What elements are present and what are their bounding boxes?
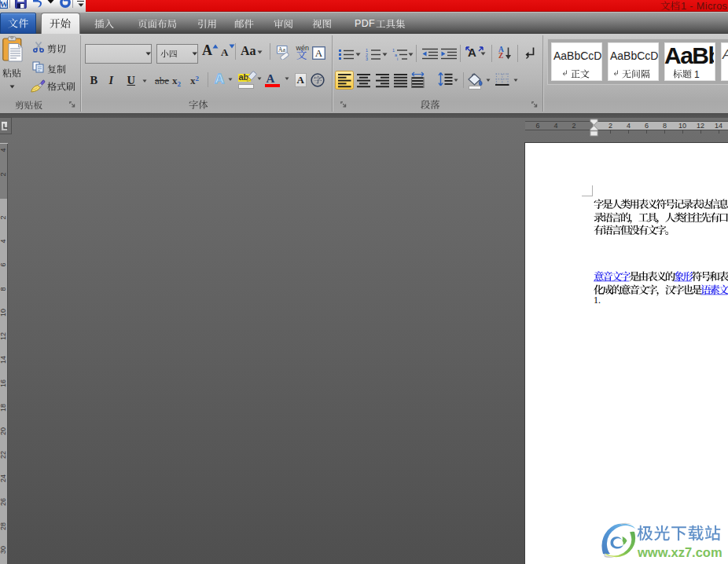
svg-text:W: W	[0, 0, 8, 9]
svg-text:i: i	[397, 57, 398, 60]
svg-text:Aa: Aa	[278, 46, 286, 53]
svg-text:A: A	[315, 47, 323, 59]
svg-text:3: 3	[366, 57, 368, 60]
